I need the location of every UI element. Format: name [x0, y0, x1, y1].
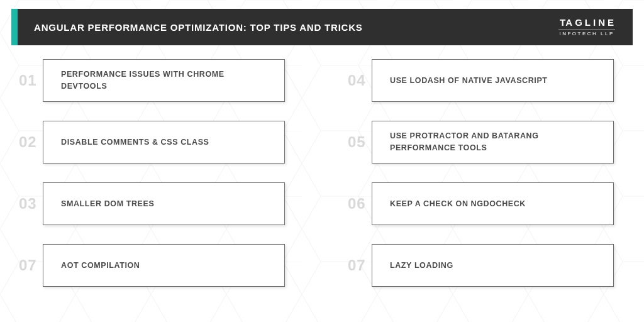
- item-number: 02: [19, 133, 43, 151]
- item-number: 05: [348, 133, 372, 151]
- brand-logo: TAGLINE INFOTECH LLP: [557, 18, 616, 36]
- item-number: 07: [348, 257, 372, 274]
- list-item: 07 LAZY LOADING: [348, 244, 614, 287]
- list-item: 01 PERFORMANCE ISSUES WITH CHROME DEVTOO…: [19, 59, 285, 102]
- item-number: 07: [19, 257, 43, 274]
- brand-name: TAGLINE: [557, 18, 616, 28]
- item-number: 04: [348, 72, 372, 89]
- item-label: DISABLE COMMENTS & CSS CLASS: [43, 121, 285, 164]
- brand-sub: INFOTECH LLP: [557, 31, 616, 36]
- header-bar: ANGULAR PERFORMANCE OPTIMIZATION: TOP TI…: [11, 9, 633, 45]
- item-label: PERFORMANCE ISSUES WITH CHROME DEVTOOLS: [43, 59, 285, 102]
- item-number: 06: [348, 195, 372, 213]
- item-label: SMALLER DOM TREES: [43, 182, 285, 225]
- item-number: 03: [19, 195, 43, 213]
- page-title: ANGULAR PERFORMANCE OPTIMIZATION: TOP TI…: [34, 22, 363, 33]
- item-label: USE PROTRACTOR AND BATARANG PERFORMANCE …: [372, 121, 614, 164]
- list-item: 02 DISABLE COMMENTS & CSS CLASS: [19, 121, 285, 164]
- header-accent: [11, 9, 18, 45]
- item-label: USE LODASH OF NATIVE JAVASCRIPT: [372, 59, 614, 102]
- tips-list: 01 PERFORMANCE ISSUES WITH CHROME DEVTOO…: [19, 59, 614, 287]
- left-column: 01 PERFORMANCE ISSUES WITH CHROME DEVTOO…: [19, 59, 285, 287]
- item-label: LAZY LOADING: [372, 244, 614, 287]
- list-item: 07 AOT COMPILATION: [19, 244, 285, 287]
- list-item: 06 KEEP A CHECK ON NGDOCHECK: [348, 182, 614, 225]
- list-item: 05 USE PROTRACTOR AND BATARANG PERFORMAN…: [348, 121, 614, 164]
- list-item: 04 USE LODASH OF NATIVE JAVASCRIPT: [348, 59, 614, 102]
- item-label: KEEP A CHECK ON NGDOCHECK: [372, 182, 614, 225]
- item-number: 01: [19, 72, 43, 89]
- brand-divider: [558, 29, 615, 30]
- right-column: 04 USE LODASH OF NATIVE JAVASCRIPT 05 US…: [348, 59, 614, 287]
- list-item: 03 SMALLER DOM TREES: [19, 182, 285, 225]
- item-label: AOT COMPILATION: [43, 244, 285, 287]
